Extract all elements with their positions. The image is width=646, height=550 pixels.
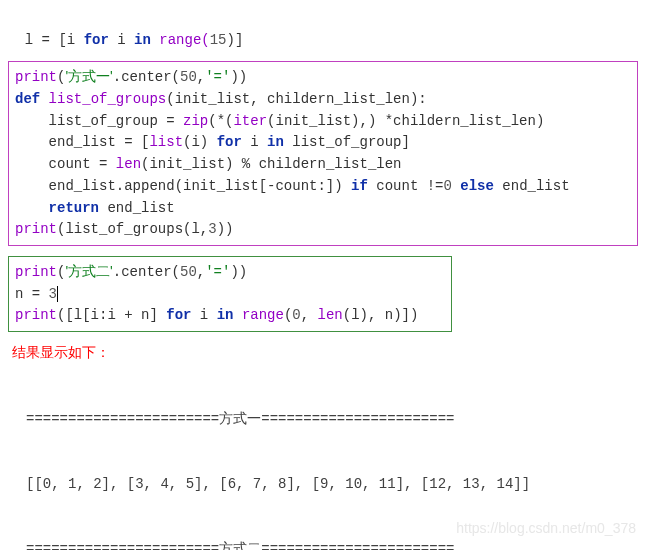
code-top-line: l = [i for i in range(15)]	[8, 8, 638, 51]
num: 50	[180, 264, 197, 280]
txt: i	[242, 134, 267, 150]
txt: n =	[15, 286, 49, 302]
txt: ))	[230, 69, 247, 85]
kw-def: def	[15, 91, 40, 107]
txt: end_list	[494, 178, 570, 194]
kw-return: return	[49, 200, 99, 216]
b1-l1: print('方式一'.center(50,'='))	[15, 66, 631, 89]
output-block: =======================方式一==============…	[8, 366, 638, 550]
txt: .center(	[113, 69, 180, 85]
output-line: [[0, 1, 2], [3, 4, 5], [6, 7, 8], [9, 10…	[26, 474, 638, 496]
txt: (list_of_groups(l,	[57, 221, 208, 237]
txt: count !=	[368, 178, 444, 194]
kw-for: for	[166, 307, 191, 323]
b1-l2: def list_of_groups(init_list, childern_l…	[15, 89, 631, 111]
fn-range: range(	[151, 32, 210, 48]
txt: i	[109, 32, 134, 48]
num: 0	[292, 307, 300, 323]
str: '='	[205, 264, 230, 280]
output-line: =======================方式二==============…	[26, 539, 638, 550]
txt: .center(	[113, 264, 180, 280]
num-15: 15	[210, 32, 227, 48]
num: 50	[180, 69, 197, 85]
fn-zip: zip	[183, 113, 208, 129]
b1-l4: end_list = [list(i) for i in list_of_gro…	[15, 132, 631, 154]
fn-iter: iter	[233, 113, 267, 129]
txt: (l), n)])	[343, 307, 419, 323]
indent	[15, 156, 49, 172]
txt: (init_list),) *childern_list_len)	[267, 113, 544, 129]
txt: (init_list, childern_list_len):	[166, 91, 426, 107]
str: '方式一'	[65, 68, 112, 84]
fn-print: print	[15, 307, 57, 323]
kw-for: for	[84, 32, 109, 48]
text-cursor	[57, 286, 58, 302]
fn-len: len	[116, 156, 141, 172]
txt: (init_list) % childern_list_len	[141, 156, 401, 172]
indent	[15, 200, 49, 216]
indent	[15, 178, 49, 194]
b1-l6: end_list.append(init_list[-count:]) if c…	[15, 176, 631, 198]
kw-else: else	[460, 178, 494, 194]
kw-in: in	[267, 134, 284, 150]
b2-l2: n = 3	[15, 284, 445, 306]
fn-print: print	[15, 69, 57, 85]
txt: ))	[217, 221, 234, 237]
txt: list_of_group =	[49, 113, 183, 129]
txt: ,	[301, 307, 318, 323]
txt: ([l[i:i + n]	[57, 307, 166, 323]
txt: end_list.append(init_list[-count:])	[49, 178, 351, 194]
fn-len: len	[318, 307, 343, 323]
fn-range: range	[242, 307, 284, 323]
kw-in: in	[134, 32, 151, 48]
output-line: =======================方式一==============…	[26, 409, 638, 431]
txt: ))	[230, 264, 247, 280]
txt: ,	[197, 69, 205, 85]
kw-in: in	[217, 307, 234, 323]
b1-l7: return end_list	[15, 198, 631, 220]
txt: (i)	[183, 134, 217, 150]
txt: = [i	[33, 32, 83, 48]
b2-l1: print('方式二'.center(50,'='))	[15, 261, 445, 284]
num: 0	[444, 178, 452, 194]
fn-print: print	[15, 264, 57, 280]
str: '方式二'	[65, 263, 112, 279]
num: 3	[49, 286, 57, 302]
b1-l8: print(list_of_groups(l,3))	[15, 219, 631, 241]
txt: end_list = [	[49, 134, 150, 150]
kw-if: if	[351, 178, 368, 194]
result-label: 结果显示如下：	[12, 342, 638, 364]
txt: (*(	[208, 113, 233, 129]
num: 3	[208, 221, 216, 237]
fn-print: print	[15, 221, 57, 237]
b1-l5: count = len(init_list) % childern_list_l…	[15, 154, 631, 176]
indent	[15, 113, 49, 129]
txt: end_list	[99, 200, 175, 216]
fn-name: list_of_groups	[40, 91, 166, 107]
b2-l3: print([l[i:i + n] for i in range(0, len(…	[15, 305, 445, 327]
txt: i	[191, 307, 216, 323]
txt: list_of_group]	[284, 134, 410, 150]
var-l: l	[25, 32, 33, 48]
txt: ,	[197, 264, 205, 280]
str: '='	[205, 69, 230, 85]
indent	[15, 134, 49, 150]
txt: count =	[49, 156, 116, 172]
code-block-1: print('方式一'.center(50,'=')) def list_of_…	[8, 61, 638, 246]
txt	[233, 307, 241, 323]
b1-l3: list_of_group = zip(*(iter(init_list),) …	[15, 111, 631, 133]
kw-for: for	[217, 134, 242, 150]
txt: )]	[227, 32, 244, 48]
code-block-2: print('方式二'.center(50,'=')) n = 3 print(…	[8, 256, 452, 332]
fn-list: list	[149, 134, 183, 150]
